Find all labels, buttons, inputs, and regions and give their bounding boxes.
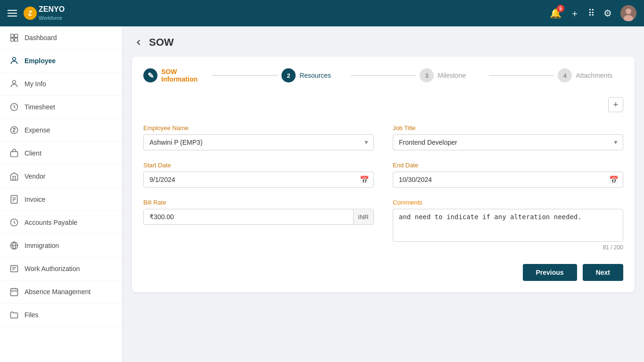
hamburger-menu[interactable] [8,10,17,16]
bill-rate-input[interactable] [144,209,353,224]
step-line-1 [213,75,278,76]
page-header: SOW [132,36,635,49]
job-title-field: Job Title Frontend Developer ▼ [393,124,623,150]
start-date-field: Start Date 📅 [143,162,374,188]
step-label-3: Milestone [438,72,466,79]
back-button[interactable] [132,36,145,49]
end-date-calendar-icon[interactable]: 📅 [609,175,619,184]
bill-rate-field: Bill Rate INR [143,199,374,251]
step-sow-info[interactable]: ✎ SOW Information [143,68,209,83]
settings-icon[interactable]: ⚙ [603,8,612,19]
sidebar-label-files: Files [25,311,39,319]
svg-rect-21 [11,288,18,296]
header-left: Z ZENYO Workforce [8,5,65,21]
sidebar-label-accounts-payable: Accounts Payable [25,219,77,226]
sidebar-item-absence-management[interactable]: Absence Management [0,280,122,304]
bill-rate-currency: INR [353,210,373,224]
step-label-4: Attachments [576,72,612,79]
sidebar-label-invoice: Invoice [25,196,45,203]
sidebar-label-expense: Expense [25,126,50,134]
logo-icon: Z [24,7,37,20]
step-attachments[interactable]: 4 Attachments [558,68,623,82]
notifications-bell[interactable]: 🔔 5 [550,8,561,19]
comments-field: Comments and need to indicate if any alt… [393,199,623,251]
sidebar-label-vendor: Vendor [25,173,45,180]
sidebar-item-files[interactable]: Files [0,304,122,327]
sidebar-label-timesheet: Timesheet [25,103,55,111]
end-date-wrap: 📅 [393,172,623,188]
sidebar-label-client: Client [25,149,41,157]
user-avatar[interactable] [620,5,636,21]
start-date-wrap: 📅 [143,172,374,188]
sidebar-item-client[interactable]: Client [0,142,122,165]
start-date-input[interactable] [143,172,374,188]
bill-rate-label: Bill Rate [143,199,374,206]
sidebar-item-accounts-payable[interactable]: Accounts Payable [0,211,122,234]
job-title-select[interactable]: Frontend Developer [393,134,623,150]
add-row-button[interactable]: + [608,97,623,112]
step-circle-1: ✎ [143,68,157,82]
svg-point-1 [626,8,631,14]
sidebar-item-invoice[interactable]: Invoice [0,188,122,211]
comments-counter: 81 / 200 [393,244,623,251]
next-button[interactable]: Next [583,264,623,281]
sidebar-item-timesheet[interactable]: Timesheet [0,96,122,119]
button-row: Previous Next [143,264,623,281]
grid-icon[interactable]: ⠿ [588,8,595,19]
start-date-calendar-icon[interactable]: 📅 [360,175,369,184]
step-circle-4: 4 [558,68,572,82]
header: Z ZENYO Workforce 🔔 5 ＋ ⠿ ⚙ [0,0,644,26]
sidebar-label-my-info: My Info [25,80,46,88]
employee-name-label: Employee Name [143,124,374,132]
sidebar-label-absence-management: Absence Management [25,288,91,296]
job-title-select-wrap: Frontend Developer ▼ [393,134,623,150]
step-circle-3: 3 [420,68,434,82]
bill-rate-input-wrap: INR [143,209,374,225]
comments-textarea[interactable]: and need to indicate if any alteration n… [393,209,623,242]
job-title-label: Job Title [393,124,623,132]
logo-text: ZENYO Workforce [39,5,65,21]
employee-name-field: Employee Name Ashwini P (EMP3) ▼ [143,124,374,150]
sidebar-item-expense[interactable]: Expense [0,119,122,142]
svg-rect-3 [11,34,14,38]
sidebar-item-work-authorization[interactable]: Work Authorization [0,257,122,280]
step-label-1: SOW Information [161,68,209,83]
sidebar-item-my-info[interactable]: My Info [0,73,122,96]
sidebar-item-dashboard[interactable]: Dashboard [0,26,122,49]
sidebar-item-immigration[interactable]: Immigration [0,234,122,257]
sidebar-label-work-authorization: Work Authorization [25,265,80,272]
employee-name-select[interactable]: Ashwini P (EMP3) [143,134,374,150]
start-date-label: Start Date [143,162,374,169]
sidebar-item-employee[interactable]: Employee [0,49,122,73]
step-label-2: Resources [299,72,331,79]
svg-rect-11 [11,152,18,157]
end-date-input[interactable] [393,172,623,188]
content-area: SOW ✎ SOW Information 2 Resources [123,26,644,362]
notification-badge: 5 [557,5,564,12]
header-right: 🔔 5 ＋ ⠿ ⚙ [550,5,636,21]
end-date-label: End Date [393,162,623,169]
main-layout: Dashboard Employee My Info Timesheet Exp… [0,26,644,362]
step-circle-2: 2 [281,68,296,82]
comments-wrap: and need to indicate if any alteration n… [393,209,623,251]
svg-rect-6 [15,38,18,41]
add-icon[interactable]: ＋ [570,7,579,20]
sidebar-label-employee: Employee [25,57,56,65]
end-date-field: End Date 📅 [393,162,623,188]
stepper: ✎ SOW Information 2 Resources 3 [143,68,623,83]
svg-point-7 [13,58,16,61]
svg-rect-4 [15,34,18,38]
previous-button[interactable]: Previous [523,264,577,281]
sidebar-item-vendor[interactable]: Vendor [0,165,122,188]
step-line-2 [351,75,416,76]
sow-card: ✎ SOW Information 2 Resources 3 [132,57,635,292]
sidebar-label-dashboard: Dashboard [25,34,57,41]
form-grid: Employee Name Ashwini P (EMP3) ▼ Job Tit… [143,124,623,251]
step-milestone[interactable]: 3 Milestone [420,68,485,82]
svg-point-8 [13,81,16,84]
page-title: SOW [149,36,174,49]
logo: Z ZENYO Workforce [24,5,65,21]
step-resources[interactable]: 2 Resources [281,68,347,82]
sidebar-label-immigration: Immigration [25,242,59,249]
employee-name-select-wrap: Ashwini P (EMP3) ▼ [143,134,374,150]
